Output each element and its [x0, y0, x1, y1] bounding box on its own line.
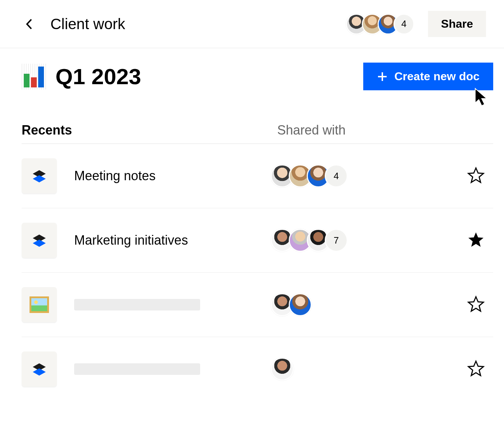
avatar: [289, 293, 312, 316]
doc-name: Marketing initiatives: [74, 233, 276, 248]
picture-file-icon: [22, 287, 57, 322]
create-new-doc-label: Create new doc: [394, 70, 480, 83]
chevron-left-icon: [25, 18, 33, 30]
table-row[interactable]: [22, 337, 493, 401]
title-row: Q1 2023 Create new doc: [22, 63, 493, 90]
row-avatar-stack[interactable]: [276, 358, 467, 381]
table-row[interactable]: Marketing initiatives 7: [22, 208, 493, 273]
column-shared-with: Shared with: [277, 123, 346, 138]
doc-name: Meeting notes: [74, 168, 276, 183]
skeleton-placeholder: [74, 299, 200, 310]
back-button[interactable]: [22, 17, 36, 31]
paper-doc-icon: [22, 158, 57, 194]
app-header: Client work 4 Share: [0, 0, 504, 48]
row-avatar-stack[interactable]: 7: [276, 229, 467, 252]
header-avatar-stack[interactable]: 4: [351, 14, 414, 35]
cursor-icon: [474, 88, 490, 107]
row-avatar-stack[interactable]: [276, 293, 467, 316]
table-row[interactable]: Meeting notes 4: [22, 144, 493, 208]
plus-icon: [377, 71, 388, 82]
paper-doc-icon: [22, 351, 57, 387]
star-outline-icon: [467, 295, 485, 313]
main-content: Q1 2023 Create new doc Recents Shared wi…: [0, 48, 504, 401]
star-outline-icon: [467, 360, 485, 377]
avatar: [271, 358, 294, 381]
bar-chart-icon: [22, 64, 48, 90]
column-recents: Recents: [22, 123, 277, 138]
avatar-overflow-count: 4: [393, 14, 414, 35]
doc-name: [74, 363, 276, 375]
star-outline-icon: [467, 167, 485, 184]
page-title: Q1 2023: [55, 64, 141, 89]
breadcrumb[interactable]: Client work: [50, 15, 351, 33]
doc-name: [74, 299, 276, 310]
row-avatar-stack[interactable]: 4: [276, 164, 467, 187]
avatar-overflow-count: 4: [325, 164, 348, 187]
skeleton-placeholder: [74, 363, 200, 375]
paper-doc-icon: [22, 223, 57, 258]
star-button[interactable]: [467, 231, 486, 250]
create-new-doc-button[interactable]: Create new doc: [363, 63, 493, 90]
star-button[interactable]: [467, 167, 486, 185]
star-button[interactable]: [467, 360, 486, 378]
avatar-overflow-count: 7: [325, 229, 348, 252]
share-button[interactable]: Share: [428, 11, 486, 37]
svg-marker-5: [33, 240, 46, 247]
table-row[interactable]: [22, 273, 493, 337]
svg-marker-7: [33, 368, 46, 376]
svg-marker-3: [33, 175, 46, 182]
page-title-group: Q1 2023: [22, 64, 141, 90]
star-button[interactable]: [467, 295, 486, 314]
star-filled-icon: [467, 231, 485, 248]
list-header: Recents Shared with: [22, 123, 493, 144]
